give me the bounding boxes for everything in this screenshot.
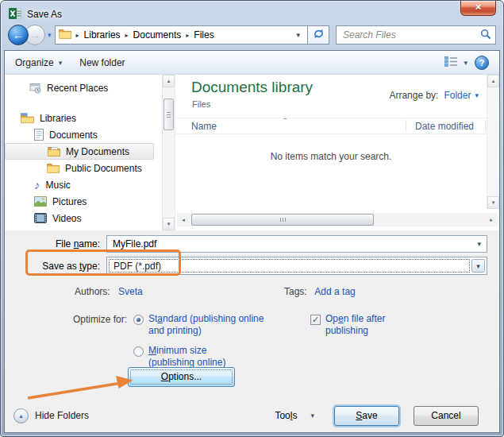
scrollbar-thumb[interactable] bbox=[191, 214, 374, 226]
scroll-up-button[interactable]: ▴ bbox=[163, 75, 175, 87]
refresh-button[interactable] bbox=[308, 25, 329, 44]
options-row: Options... bbox=[5, 367, 499, 387]
file-name-input[interactable]: MyFile.pdf ▾ bbox=[106, 235, 487, 253]
chevron-down-icon: ▾ bbox=[476, 262, 480, 270]
sidebar-item-music[interactable]: ♪ Music bbox=[5, 176, 175, 193]
open-file-after-checkbox[interactable]: ✓ bbox=[310, 315, 321, 325]
authors-group: Authors: Sveta bbox=[75, 286, 143, 297]
breadcrumb-item-libraries[interactable]: Libraries bbox=[84, 29, 121, 41]
breadcrumb-item-files[interactable]: Files bbox=[194, 29, 214, 41]
scrollbar-thumb[interactable] bbox=[164, 99, 174, 130]
scroll-down-button[interactable]: ▾ bbox=[163, 218, 175, 230]
breadcrumb-item-documents[interactable]: Documents bbox=[133, 29, 182, 41]
scroll-up-button[interactable]: ▴ bbox=[487, 75, 499, 87]
save-as-type-row: Save as type: PDF (*.pdf) ▾ bbox=[5, 257, 487, 275]
optimize-section: Optimize for: Standard (publishing onlin… bbox=[5, 311, 499, 365]
navigation-bar: ← → ▾ ▸ Libraries ▸ Documents ▸ Files ▾ bbox=[1, 23, 503, 47]
new-folder-button[interactable]: New folder bbox=[79, 57, 125, 68]
change-view-button[interactable]: ▾ bbox=[444, 56, 467, 69]
sidebar-item-label: Music bbox=[46, 180, 71, 191]
column-divider[interactable] bbox=[406, 120, 406, 132]
save-as-type-value: PDF (*.pdf) bbox=[109, 259, 470, 273]
help-icon: ? bbox=[479, 58, 485, 68]
column-divider[interactable] bbox=[485, 120, 486, 132]
sidebar-item-my-documents[interactable]: My Documents bbox=[5, 143, 154, 160]
scroll-down-icon: ▾ bbox=[167, 221, 171, 227]
sidebar-scrollbar[interactable]: ▴ ▾ bbox=[162, 75, 175, 230]
music-note-icon: ♪ bbox=[34, 180, 40, 190]
radio-minimum-size-label[interactable]: Minimum size (publishing online) bbox=[148, 345, 237, 369]
scroll-down-button[interactable]: ▾ bbox=[487, 196, 499, 209]
browse-area: Recent Places Libraries bbox=[5, 75, 499, 230]
sidebar-item-public-documents[interactable]: Public Documents bbox=[5, 160, 175, 176]
chevron-down-icon: ▾ bbox=[59, 59, 63, 67]
sidebar-item-label: Documents bbox=[49, 130, 98, 141]
sidebar-item-label: Public Documents bbox=[65, 163, 142, 174]
organize-menu[interactable]: Organize ▾ bbox=[15, 57, 62, 68]
library-subtitle: Files bbox=[192, 99, 210, 109]
command-toolbar: Organize ▾ New folder bbox=[5, 51, 499, 75]
sidebar-item-documents[interactable]: Documents bbox=[5, 126, 175, 143]
documents-library-icon bbox=[34, 129, 44, 141]
dialog-client-area: Organize ▾ New folder bbox=[4, 50, 500, 433]
add-tag-link[interactable]: Add a tag bbox=[314, 286, 355, 297]
tools-dropdown[interactable]: Tools ▾ bbox=[275, 410, 314, 421]
tools-label: Tools bbox=[275, 410, 297, 421]
recent-places-icon bbox=[29, 83, 41, 94]
tags-label: Tags: bbox=[284, 286, 307, 297]
file-name-value: MyFile.pdf bbox=[113, 238, 475, 249]
scroll-left-button[interactable]: ◂ bbox=[177, 213, 190, 226]
sidebar-item-pictures[interactable]: Pictures bbox=[5, 193, 175, 210]
radio-standard-label[interactable]: Standard (publishing online and printing… bbox=[148, 313, 266, 337]
empty-list-message: No items match your search. bbox=[175, 151, 487, 162]
file-list-vertical-scrollbar[interactable]: ▴ ▾ bbox=[487, 75, 499, 209]
organize-label: Organize bbox=[15, 57, 54, 68]
chevron-down-icon: ▾ bbox=[464, 59, 467, 67]
title-bar: Save As bbox=[1, 1, 503, 23]
radio-minimum-size[interactable] bbox=[133, 346, 144, 357]
videos-icon bbox=[34, 213, 47, 223]
column-header-date-modified[interactable]: Date modified bbox=[415, 121, 474, 132]
save-as-type-select[interactable]: PDF (*.pdf) ▾ bbox=[106, 257, 487, 275]
column-header-name[interactable]: Name bbox=[191, 121, 217, 132]
toolbar-right-group: ▾ ? bbox=[444, 56, 489, 70]
collapse-up-icon: ▴ bbox=[13, 408, 29, 423]
close-button[interactable]: × bbox=[460, 1, 496, 16]
my-documents-folder-icon bbox=[48, 146, 60, 157]
back-button[interactable]: ← bbox=[8, 25, 29, 45]
sidebar-item-label: My Documents bbox=[66, 146, 129, 157]
scroll-right-icon: ▸ bbox=[490, 217, 493, 223]
arrange-by-dropdown[interactable]: Folder ▾ bbox=[444, 90, 479, 101]
refresh-icon bbox=[313, 28, 325, 42]
search-icon bbox=[480, 29, 491, 42]
file-list-horizontal-scrollbar[interactable]: ◂ ▸ bbox=[177, 213, 498, 226]
breadcrumb[interactable]: ▸ Libraries ▸ Documents ▸ Files ▾ bbox=[55, 25, 308, 44]
sidebar-item-videos[interactable]: Videos bbox=[5, 210, 175, 226]
sidebar-item-libraries[interactable]: Libraries bbox=[5, 110, 175, 126]
radio-standard[interactable] bbox=[133, 315, 144, 325]
open-file-after-label[interactable]: Open file after publishing bbox=[325, 313, 398, 337]
search-input[interactable]: Search Files bbox=[336, 25, 496, 44]
chevron-down-icon[interactable]: ▾ bbox=[475, 240, 483, 248]
hide-folders-button[interactable]: ▴ Hide Folders bbox=[13, 408, 89, 423]
sidebar-item-recent-places[interactable]: Recent Places bbox=[5, 79, 175, 96]
libraries-icon bbox=[21, 113, 34, 124]
options-button[interactable]: Options... bbox=[128, 367, 235, 387]
address-dropdown-icon[interactable]: ▾ bbox=[292, 31, 304, 39]
metadata-row: Authors: Sveta Tags: Add a tag bbox=[5, 286, 499, 299]
save-as-dialog: Save As × ← → ▾ ▸ Libraries ▸ Documents … bbox=[0, 0, 504, 437]
navigation-pane: Recent Places Libraries bbox=[5, 75, 175, 230]
cancel-button[interactable]: Cancel bbox=[414, 406, 479, 426]
scroll-up-icon: ▴ bbox=[492, 78, 495, 84]
sidebar-item-label: Videos bbox=[52, 213, 81, 224]
folder-icon bbox=[59, 29, 71, 41]
search-placeholder: Search Files bbox=[343, 29, 480, 41]
select-dropdown-button[interactable]: ▾ bbox=[471, 259, 485, 273]
recent-pages-dropdown[interactable]: ▾ bbox=[45, 31, 55, 39]
save-button[interactable]: Save bbox=[334, 406, 399, 426]
optimize-for-label: Optimize for: bbox=[73, 314, 127, 325]
help-button[interactable]: ? bbox=[475, 56, 489, 70]
scroll-right-button[interactable]: ▸ bbox=[485, 213, 498, 226]
scroll-up-icon: ▴ bbox=[167, 78, 171, 84]
authors-value-link[interactable]: Sveta bbox=[118, 286, 143, 297]
